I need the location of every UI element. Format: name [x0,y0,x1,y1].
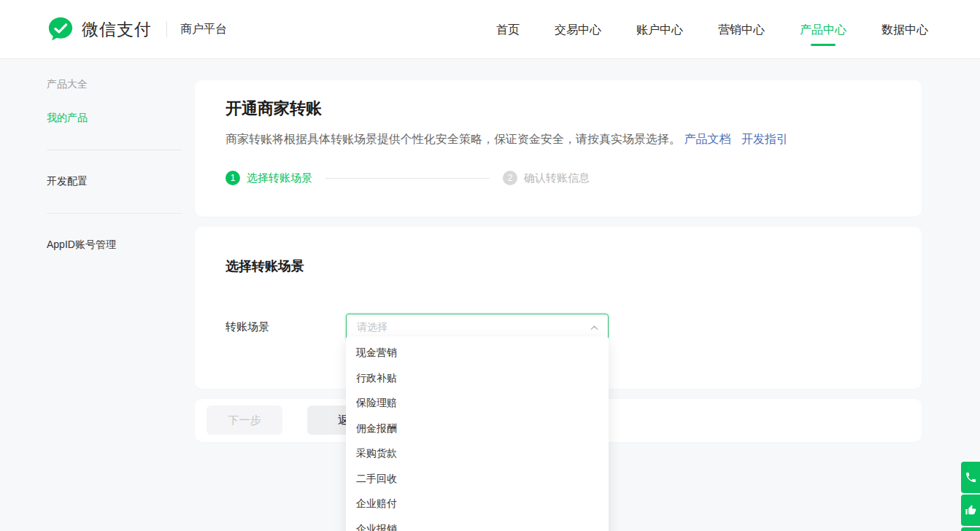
customer-service-button[interactable] [961,462,980,493]
portal-name: 商户平台 [180,22,227,37]
primary-nav: 首页 交易中心 账户中心 营销中心 产品中心 数据中心 [496,0,928,59]
sidebar-item-appid-management[interactable]: AppID账号管理 [47,239,182,252]
dropdown-option-enterprise-compensation[interactable]: 企业赔付 [346,492,609,517]
nav-item-account-center[interactable]: 账户中心 [636,0,683,59]
sidebar-item-my-products[interactable]: 我的产品 [47,112,182,125]
page-title: 开通商家转账 [225,98,891,120]
dropdown-option-cash-marketing[interactable]: 现金营销 [346,341,609,366]
floating-toolbar [961,462,980,531]
more-tools-button[interactable] [961,527,980,531]
dev-guide-link[interactable]: 开发指引 [741,133,788,145]
brand[interactable]: 微信支付 商户平台 [47,15,227,43]
customer-service-icon [965,471,977,484]
nav-item-transaction-center[interactable]: 交易中心 [555,0,601,59]
sidebar-item-dev-config[interactable]: 开发配置 [47,175,182,188]
step-2: 2 确认转账信息 [503,171,590,185]
top-header: 微信支付 商户平台 首页 交易中心 账户中心 营销中心 产品中心 数据中心 [0,0,980,59]
sidebar-item-product-catalog[interactable]: 产品大全 [47,78,182,91]
dropdown-option-enterprise-reimbursement[interactable]: 企业报销 [346,517,609,531]
page-description: 商家转账将根据具体转账场景提供个性化安全策略，保证资金安全，请按真实场景选择。 … [225,132,891,147]
transfer-scene-dropdown: 现金营销 行政补贴 保险理赔 佣金报酬 采购货款 二手回收 企业赔付 企业报销 [346,336,609,531]
page-description-text: 商家转账将根据具体转账场景提供个性化安全策略，保证资金安全，请按真实场景选择。 [225,133,681,145]
step-indicator: 1 选择转账场景 2 确认转账信息 [225,171,891,185]
select-placeholder: 请选择 [357,321,387,334]
nav-item-home[interactable]: 首页 [496,0,520,59]
brand-name: 微信支付 [82,18,152,41]
step-1: 1 选择转账场景 [225,171,312,185]
nav-item-data-center[interactable]: 数据中心 [881,0,928,59]
wechat-pay-logo-icon [47,15,74,43]
transfer-scene-label: 转账场景 [225,320,346,334]
brand-divider [166,21,167,37]
section-title: 选择转账场景 [225,257,891,275]
step-1-label: 选择转账场景 [247,171,312,185]
sidebar-divider [47,150,182,150]
sidebar-divider [47,213,182,214]
chevron-up-icon [590,323,599,333]
dropdown-option-procurement[interactable]: 采购货款 [346,441,609,467]
sidebar: 产品大全 我的产品 开发配置 AppID账号管理 [47,78,182,252]
step-2-number: 2 [503,171,517,185]
feedback-button[interactable] [961,495,980,526]
next-step-button[interactable]: 下一步 [207,406,282,435]
nav-item-marketing-center[interactable]: 营销中心 [718,0,765,59]
feedback-icon [965,504,977,516]
dropdown-option-secondhand-recycle[interactable]: 二手回收 [346,467,609,492]
dropdown-option-insurance-claim[interactable]: 保险理赔 [346,391,609,416]
step-connector-line [325,178,490,179]
product-doc-link[interactable]: 产品文档 [684,133,730,145]
dropdown-option-commission[interactable]: 佣金报酬 [346,416,609,442]
step-1-number: 1 [225,171,240,185]
intro-card: 开通商家转账 商家转账将根据具体转账场景提供个性化安全策略，保证资金安全，请按真… [195,80,922,217]
step-2-label: 确认转账信息 [524,171,590,185]
dropdown-option-admin-subsidy[interactable]: 行政补贴 [346,366,609,392]
nav-item-product-center[interactable]: 产品中心 [800,0,846,59]
